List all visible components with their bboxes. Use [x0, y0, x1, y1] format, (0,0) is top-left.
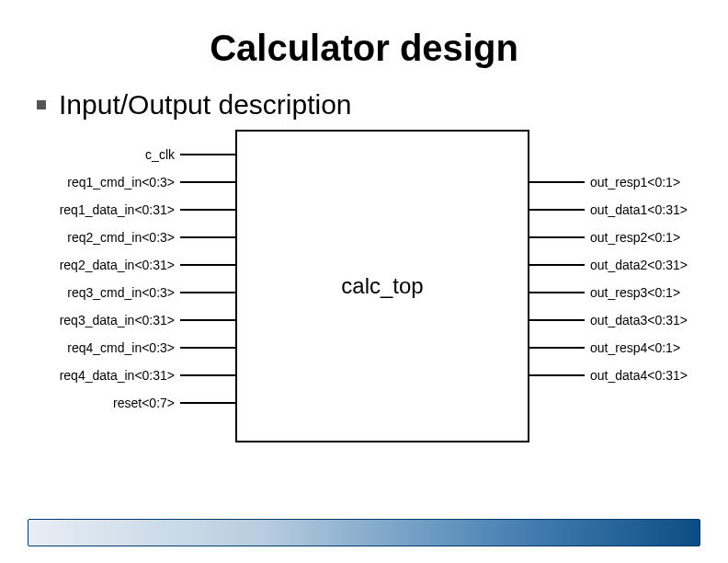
wire-icon [180, 181, 235, 183]
port-label: out_resp3<0:1> [590, 285, 680, 300]
module-block [235, 130, 529, 442]
port-label: req1_data_in<0:31> [60, 202, 175, 217]
input-port: req3_cmd_in<0:3> [67, 284, 235, 301]
input-port: c_clk [145, 146, 235, 163]
input-port: req4_cmd_in<0:3> [67, 339, 235, 356]
port-label: out_resp2<0:1> [590, 230, 680, 245]
output-port: out_data1<0:31> [529, 201, 688, 218]
bullet-icon [37, 100, 46, 109]
port-label: out_data4<0:31> [590, 368, 688, 383]
port-label: out_resp4<0:1> [590, 340, 680, 355]
port-label: reset<0:7> [113, 396, 175, 410]
port-label: req3_data_in<0:31> [60, 313, 175, 327]
input-port: req4_data_in<0:31> [60, 367, 235, 384]
port-label: out_data2<0:31> [590, 258, 688, 272]
subtitle-row: Input/Output description [37, 89, 728, 121]
wire-icon [529, 181, 585, 183]
output-port: out_resp4<0:1> [529, 339, 680, 356]
wire-icon [180, 154, 235, 155]
port-label: req2_data_in<0:31> [60, 258, 175, 272]
wire-icon [529, 292, 585, 293]
wire-icon [180, 292, 235, 293]
block-diagram: calc_top c_clk req1_cmd_in<0:3> req1_dat… [0, 130, 728, 452]
wire-icon [180, 319, 235, 321]
port-label: req3_cmd_in<0:3> [67, 285, 175, 300]
wire-icon [180, 347, 235, 349]
wire-icon [180, 374, 235, 376]
output-port: out_resp3<0:1> [529, 284, 680, 301]
output-port: out_data3<0:31> [529, 312, 688, 328]
input-port: req1_data_in<0:31> [60, 201, 235, 218]
input-port: req2_cmd_in<0:3> [67, 229, 235, 246]
wire-icon [180, 264, 235, 266]
output-port: out_resp2<0:1> [529, 229, 680, 246]
input-port: reset<0:7> [113, 395, 235, 411]
port-label: out_data1<0:31> [590, 202, 688, 217]
wire-icon [180, 209, 235, 211]
slide-title: Calculator design [0, 28, 728, 69]
input-port: req2_data_in<0:31> [60, 257, 235, 273]
input-port: req3_data_in<0:31> [60, 312, 235, 328]
input-port: req1_cmd_in<0:3> [67, 174, 235, 190]
wire-icon [180, 236, 235, 238]
wire-icon [529, 209, 585, 211]
footer-gradient-bar [28, 519, 700, 546]
wire-icon [529, 319, 585, 321]
wire-icon [180, 402, 235, 404]
slide-subtitle: Input/Output description [59, 89, 352, 121]
port-label: out_data3<0:31> [590, 313, 688, 327]
port-label: out_resp1<0:1> [590, 175, 680, 190]
wire-icon [529, 236, 585, 238]
port-label: req4_data_in<0:31> [60, 368, 175, 383]
port-label: req1_cmd_in<0:3> [67, 175, 175, 190]
wire-icon [529, 347, 585, 349]
port-label: req2_cmd_in<0:3> [67, 230, 175, 245]
output-port: out_data4<0:31> [529, 367, 688, 384]
output-port: out_data2<0:31> [529, 257, 688, 273]
port-label: c_clk [145, 147, 175, 162]
wire-icon [529, 374, 585, 376]
output-port: out_resp1<0:1> [529, 174, 680, 190]
port-label: req4_cmd_in<0:3> [67, 340, 175, 355]
wire-icon [529, 264, 585, 266]
